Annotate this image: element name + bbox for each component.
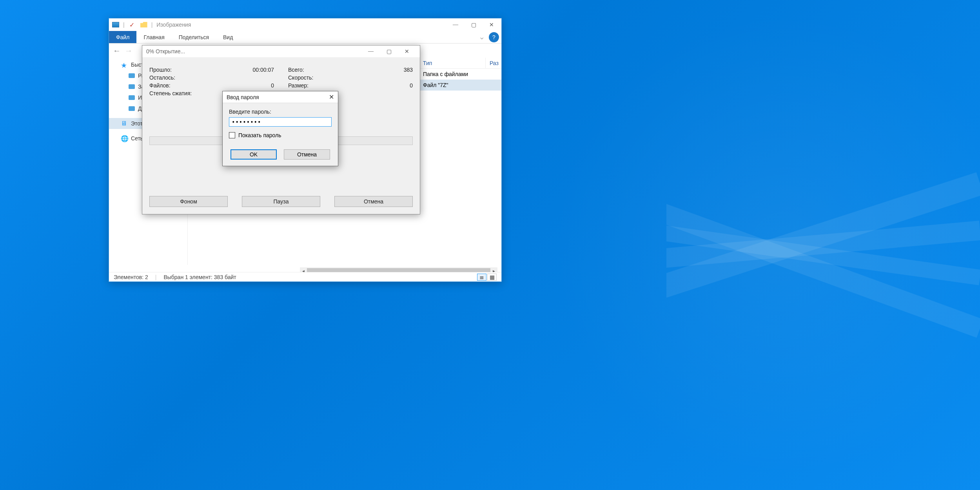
nav-forward-icon[interactable]: → <box>125 46 132 55</box>
close-icon[interactable]: ✕ <box>322 93 334 101</box>
progress-total: Всего:383 <box>281 66 413 74</box>
cancel-button[interactable]: Отмена <box>284 149 330 160</box>
ok-button[interactable]: OK <box>230 149 277 160</box>
close-button[interactable]: ✕ <box>483 19 501 31</box>
pause-button[interactable]: Пауза <box>242 196 320 207</box>
folder-icon <box>129 106 135 111</box>
progress-elapsed: Прошло:00:00:07 <box>149 66 281 74</box>
sidebar-label: Сеть <box>131 135 143 142</box>
checkbox-icon <box>229 132 235 138</box>
folder-icon <box>129 95 135 100</box>
cell-type: Папка с файлами <box>419 71 486 77</box>
cell-type: Файл "7Z" <box>419 82 486 88</box>
progress-speed: Скорость: <box>281 74 413 82</box>
ribbon-tabs: Файл Главная Поделиться Вид ⌵ ? <box>109 31 501 44</box>
column-type[interactable]: Тип <box>419 58 486 68</box>
password-dialog-titlebar[interactable]: Ввод пароля ✕ <box>223 91 338 103</box>
window-title: Изображения <box>156 22 191 28</box>
minimize-button[interactable]: — <box>446 19 465 31</box>
ribbon-tab-share[interactable]: Поделиться <box>172 31 216 43</box>
folder-icon <box>129 73 135 78</box>
folder-icon <box>129 84 135 89</box>
star-icon: ★ <box>121 61 128 68</box>
password-prompt: Введите пароль: <box>229 109 332 115</box>
folder-icon <box>140 20 148 29</box>
network-icon: 🌐 <box>121 135 128 142</box>
status-item-count: Элементов: 2 <box>114 274 148 280</box>
password-dialog-title: Ввод пароля <box>227 94 322 100</box>
sidebar-label: Этот <box>131 120 143 127</box>
check-icon: ✓ <box>128 20 136 29</box>
progress-remaining: Осталось: <box>149 74 281 82</box>
nav-back-icon[interactable]: ← <box>113 46 121 55</box>
ribbon-collapse-icon[interactable]: ⌵ <box>475 31 489 43</box>
status-bar: Элементов: 2 | Выбран 1 элемент: 383 бай… <box>109 272 501 281</box>
ribbon-tab-home[interactable]: Главная <box>136 31 171 43</box>
status-selection: Выбран 1 элемент: 383 байт <box>163 274 236 280</box>
close-button[interactable]: ✕ <box>398 45 416 57</box>
maximize-button[interactable]: ▢ <box>380 45 398 57</box>
show-password-label: Показать пароль <box>238 132 281 138</box>
view-thumbnails-button[interactable]: ▦ <box>487 274 497 281</box>
progress-size: Размер:0 <box>281 82 413 89</box>
titlebar-separator: | <box>151 22 153 28</box>
picture-icon <box>111 20 120 29</box>
progress-title: 0% Открытие... <box>146 48 362 54</box>
cancel-button[interactable]: Отмена <box>334 196 413 207</box>
password-dialog: Ввод пароля ✕ Введите пароль: Показать п… <box>222 91 338 166</box>
explorer-titlebar[interactable]: | ✓ | Изображения — ▢ ✕ <box>109 18 501 31</box>
progress-files: Файлов:0 <box>149 82 281 89</box>
titlebar-separator: | <box>123 22 125 28</box>
column-size[interactable]: Раз <box>486 58 501 68</box>
ribbon-tab-file[interactable]: Файл <box>109 31 136 43</box>
maximize-button[interactable]: ▢ <box>465 19 483 31</box>
show-password-checkbox[interactable]: Показать пароль <box>229 132 332 138</box>
ribbon-tab-view[interactable]: Вид <box>216 31 240 43</box>
help-icon[interactable]: ? <box>489 32 499 42</box>
view-details-button[interactable]: ≣ <box>477 274 486 281</box>
monitor-icon: 🖥 <box>121 120 128 127</box>
minimize-button[interactable]: — <box>362 45 380 57</box>
background-button[interactable]: Фоном <box>149 196 228 207</box>
progress-titlebar[interactable]: 0% Открытие... — ▢ ✕ <box>142 45 420 57</box>
password-input[interactable] <box>229 117 332 127</box>
